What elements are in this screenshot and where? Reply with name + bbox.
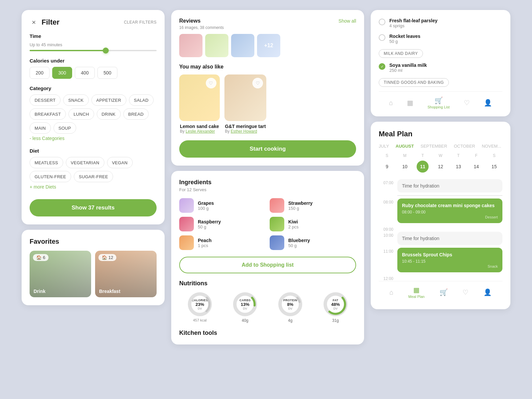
nut-fat: FAT 48% DV 31g — [315, 292, 356, 323]
month-november[interactable]: NOVEM... — [482, 144, 501, 149]
rocket-radio[interactable] — [379, 34, 385, 41]
milk-radio[interactable] — [379, 63, 385, 70]
ingredient-kiwi: Kiwi 2 pcs — [270, 217, 356, 231]
less-categories-link[interactable]: - less Categories — [30, 136, 65, 141]
more-diets-link[interactable]: + more Diets — [30, 184, 56, 190]
category-badge-dairy: MILK AND DAIRY — [379, 49, 423, 58]
similar-cards: ♡ Lemon sand cake By Leslie Alexander ♡ … — [179, 74, 356, 134]
similar-card-lemon[interactable]: ♡ Lemon sand cake By Leslie Alexander — [179, 74, 220, 134]
similar-card-tart[interactable]: ♡ G&T meringue tart By Esther Howard — [224, 74, 267, 134]
date-11-today[interactable]: 11 — [417, 161, 429, 173]
mp-nav-shopping[interactable]: 🛒 — [440, 288, 448, 296]
time-range-track[interactable] — [30, 50, 157, 51]
fav-card-drink[interactable]: 🏠 6 Drink — [30, 251, 91, 297]
mp-nav-home[interactable]: ⌂ — [389, 289, 393, 296]
raspberry-amount: 50 g — [198, 224, 221, 229]
kiwi-name: Kiwi — [288, 219, 299, 224]
recipe-panel: Reviews Show all 16 images, 38 comments … — [171, 10, 364, 166]
review-image-4[interactable]: +12 — [257, 34, 280, 57]
calorie-200[interactable]: 200 — [30, 67, 50, 79]
mp-nav-profile[interactable]: 👤 — [483, 288, 492, 296]
tag-breakfast[interactable]: BREAKFAST — [30, 108, 66, 120]
month-september[interactable]: SEPTEMBER — [421, 144, 447, 149]
review-image-1[interactable] — [179, 34, 202, 57]
tl-row-800: 08:00 Ruby chocolate cream mini sponge c… — [379, 199, 502, 226]
tag-salad[interactable]: SALAD — [129, 94, 154, 106]
filter-panel: ✕ Filter CLEAR FILTERS Time Up to 45 min… — [22, 10, 165, 224]
tag-vegan[interactable]: VEGAN — [107, 157, 133, 168]
date-15[interactable]: 15 — [488, 161, 500, 173]
tag-soup[interactable]: SOUP — [54, 122, 76, 134]
shopping-list-panel: Fresh flat-leaf parsley 4 sprigs Rocket … — [371, 10, 510, 116]
close-icon[interactable]: ✕ — [30, 18, 38, 26]
month-august[interactable]: AUGUST — [396, 144, 414, 149]
mp-heart-icon: ♡ — [463, 288, 468, 296]
heart-icon-lemon[interactable]: ♡ — [206, 78, 216, 88]
ingredients-serves: For 12 Serves — [179, 187, 356, 192]
tag-gluten-free[interactable]: GLUTEN-FREE — [30, 171, 71, 182]
review-image-2[interactable] — [205, 34, 228, 57]
calories-label: Calories under — [30, 58, 157, 64]
calorie-400[interactable]: 400 — [75, 67, 95, 79]
nut-protein: PROTEIN 8% DV 4g — [270, 292, 311, 323]
date-14[interactable]: 14 — [470, 161, 482, 173]
milk-qty: 250 ml — [389, 68, 427, 73]
tl-event-brussels[interactable]: Brussels Sprout Chips 10:45 - 11:15 Snac… — [397, 248, 502, 272]
tag-main[interactable]: MAIN — [30, 122, 51, 134]
tag-drink[interactable]: DRINK — [97, 108, 121, 120]
nav-calendar[interactable]: ▦ — [407, 99, 413, 107]
tl-time-700: 07:00 — [379, 179, 393, 199]
nav-shopping[interactable]: 🛒 Shopping List — [428, 96, 450, 109]
shop-item-milk: Soya vanilla milk 250 ml — [379, 63, 502, 73]
range-thumb[interactable] — [103, 48, 109, 54]
mp-nav-calendar[interactable]: ▦ Meal Plan — [408, 286, 425, 299]
diet-tags: MEATLESS VEGETARIAN VEGAN GLUTEN-FREE SU… — [30, 157, 157, 182]
review-image-3[interactable] — [231, 34, 254, 57]
start-cooking-button[interactable]: Start cooking — [179, 140, 356, 158]
clear-filters-button[interactable]: CLEAR FILTERS — [124, 20, 157, 25]
tag-appetizer[interactable]: APPETIZER — [91, 94, 126, 106]
ruby-cake-name: Ruby chocolate cream mini sponge cakes — [402, 202, 498, 208]
date-9[interactable]: 9 — [381, 161, 393, 173]
tart-author-link[interactable]: Esther Howard — [231, 129, 257, 134]
mealplan-nav-bar: ⌂ ▦ Meal Plan 🛒 ♡ 👤 — [379, 281, 502, 301]
month-october[interactable]: OCTOBER — [454, 144, 475, 149]
weekday-w: W — [432, 153, 449, 158]
nav-profile[interactable]: 👤 — [484, 99, 492, 107]
parsley-radio[interactable] — [379, 19, 385, 25]
tag-meatless[interactable]: MEATLESS — [30, 157, 63, 168]
tag-sugar-free[interactable]: SUGAR-FREE — [74, 171, 113, 182]
tag-dessert[interactable]: DESSERT — [30, 94, 61, 106]
fav-card-breakfast[interactable]: 🏠 12 Breakfast — [95, 251, 157, 297]
date-12[interactable]: 12 — [435, 161, 447, 173]
nav-favorites[interactable]: ♡ — [464, 99, 470, 107]
show-all-link[interactable]: Show all — [338, 18, 356, 24]
nut-fat-circle: FAT 48% DV — [324, 292, 347, 316]
strawberry-amount: 150 g — [288, 206, 313, 211]
month-july[interactable]: JULY — [379, 144, 389, 149]
calorie-300[interactable]: 300 — [52, 67, 72, 79]
lemon-author-link[interactable]: Leslie Alexander — [186, 129, 215, 134]
ingredient-raspberry: Raspberry 50 g — [179, 217, 266, 231]
date-10[interactable]: 10 — [399, 161, 411, 173]
tag-snack[interactable]: SNACK — [63, 94, 88, 106]
tag-vegetarian[interactable]: VEGETARIAN — [66, 157, 104, 168]
nut-calories-circle: CALORIES 23% DV — [188, 292, 212, 316]
similar-card-lemon-inner: ♡ — [179, 74, 220, 121]
tag-lunch[interactable]: LUNCH — [68, 108, 94, 120]
nav-home[interactable]: ⌂ — [389, 99, 393, 107]
tag-bread[interactable]: BREAD — [123, 108, 149, 120]
show-results-button[interactable]: Show 37 results — [30, 199, 157, 216]
mp-nav-favorites[interactable]: ♡ — [463, 288, 468, 296]
tl-row-700: 07:00 Time for hydration — [379, 179, 502, 199]
date-13[interactable]: 13 — [453, 161, 465, 173]
home-icon-sm2: 🏠 — [102, 255, 107, 260]
category-tags: DESSERT SNACK APPETIZER SALAD BREAKFAST … — [30, 94, 157, 134]
nut-protein-circle: PROTEIN 8% DV — [278, 292, 302, 316]
fav-count-drink: 🏠 6 — [33, 254, 49, 261]
calorie-500[interactable]: 500 — [97, 67, 117, 79]
fav-label-drink: Drink — [34, 289, 46, 294]
ingredients-panel: Ingredients For 12 Serves Grapes 100 g S… — [171, 171, 364, 344]
tl-event-ruby[interactable]: Ruby chocolate cream mini sponge cakes 0… — [397, 199, 502, 223]
add-to-shopping-button[interactable]: Add to Shopping list — [179, 257, 356, 273]
